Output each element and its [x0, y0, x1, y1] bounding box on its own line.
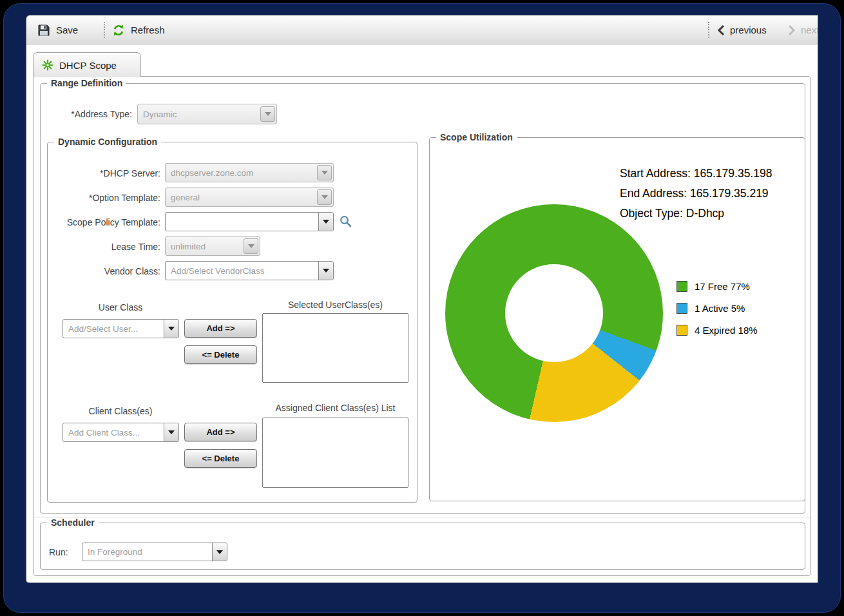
- chevron-down-icon[interactable]: [318, 213, 333, 231]
- end-address-text: End Address: 165.179.35.219: [620, 187, 769, 200]
- chevron-down-icon[interactable]: [164, 320, 178, 338]
- client-class-select[interactable]: Add Client Class...: [62, 423, 179, 442]
- user-class-delete-label: <= Delete: [202, 350, 240, 360]
- user-class-add-button[interactable]: Add =>: [184, 319, 257, 338]
- address-type-select: Dynamic: [137, 104, 277, 124]
- toolbar: Save Refresh previous: [26, 15, 818, 44]
- legend-label-active: 1 Active 5%: [695, 303, 745, 314]
- user-class-add-label: Add =>: [206, 323, 235, 333]
- legend-swatch-active: [676, 303, 687, 314]
- option-template-label: *Option Template:: [51, 193, 160, 203]
- run-label: Run:: [49, 547, 68, 557]
- app-window: Save Refresh previous: [26, 15, 818, 582]
- address-type-label: *Address Type:: [44, 109, 132, 119]
- user-class-delete-button[interactable]: <= Delete: [184, 345, 257, 364]
- address-type-value: Dynamic: [138, 110, 260, 119]
- scheduler-legend: Scheduler: [47, 517, 99, 528]
- client-class-delete-label: <= Delete: [202, 454, 240, 463]
- dynamic-configuration-group: Dynamic Configuration *DHCP Server: dhcp…: [47, 142, 417, 503]
- vendor-class-placeholder: Add/Select VendorClass: [166, 266, 318, 276]
- next-label: next: [801, 24, 818, 35]
- next-button[interactable]: next: [788, 15, 818, 44]
- legend-swatch-free: [676, 281, 687, 292]
- run-value: In Foreground: [82, 547, 212, 557]
- chevron-down-icon[interactable]: [212, 543, 227, 561]
- client-class-label: Client Class(es): [62, 406, 178, 416]
- main-panel: Range Definition *Address Type: Dynamic …: [33, 76, 811, 576]
- dhcp-server-select: dhcpserver.zone.com: [165, 163, 334, 182]
- chevron-right-icon: [788, 24, 796, 36]
- client-class-add-label: Add =>: [206, 427, 235, 437]
- chevron-down-icon: [260, 106, 275, 122]
- chevron-left-icon: [717, 24, 725, 36]
- scope-policy-template-label: Scope Policy Template:: [51, 217, 160, 227]
- save-button[interactable]: Save: [37, 15, 78, 44]
- object-type-text: Object Type: D-Dhcp: [620, 207, 724, 220]
- dynamic-configuration-legend: Dynamic Configuration: [54, 137, 161, 147]
- client-class-placeholder: Add Client Class...: [63, 428, 164, 438]
- refresh-button[interactable]: Refresh: [111, 15, 165, 44]
- client-class-add-button[interactable]: Add =>: [184, 423, 257, 441]
- user-class-select[interactable]: Add/Select User...: [62, 319, 179, 338]
- legend-item-free: 17 Free 77%: [676, 281, 750, 292]
- client-class-delete-button[interactable]: <= Delete: [184, 449, 257, 468]
- dhcp-server-label: *DHCP Server:: [51, 168, 160, 178]
- vendor-class-select[interactable]: Add/Select VendorClass: [165, 261, 334, 280]
- chevron-down-icon: [244, 238, 258, 254]
- scope-utilization-group: Scope Utilization Start Address: 165.179…: [429, 137, 805, 501]
- refresh-label: Refresh: [131, 24, 165, 35]
- legend-label-expired: 4 Expired 18%: [695, 325, 758, 336]
- save-icon: [37, 23, 51, 37]
- toolbar-separator-right: [708, 22, 709, 38]
- chevron-down-icon: [317, 165, 332, 180]
- toolbar-separator: [104, 22, 105, 38]
- tab-dhcp-scope[interactable]: DHCP Scope: [33, 52, 141, 77]
- previous-button[interactable]: previous: [717, 15, 767, 44]
- legend-swatch-expired: [676, 325, 687, 336]
- legend-item-active: 1 Active 5%: [676, 303, 745, 314]
- outer-frame: Save Refresh previous: [3, 3, 841, 613]
- range-definition-legend: Range Definition: [47, 78, 126, 88]
- run-select[interactable]: In Foreground: [82, 543, 227, 561]
- scheduler-group: Scheduler Run: In Foreground: [40, 523, 805, 570]
- search-icon[interactable]: [339, 215, 352, 228]
- option-template-value: general: [166, 193, 317, 202]
- donut-hole: [505, 264, 603, 362]
- option-template-select: general: [165, 188, 334, 207]
- donut-chart: [445, 204, 663, 422]
- panel-divider: [34, 517, 810, 517]
- chevron-down-icon: [317, 189, 332, 205]
- save-label: Save: [56, 24, 78, 35]
- lease-time-label: Lease Time:: [51, 242, 160, 252]
- refresh-icon: [111, 23, 126, 37]
- assigned-clientclass-label: Assigned Client Class(es) List: [256, 403, 415, 413]
- user-class-placeholder: Add/Select User...: [63, 324, 164, 334]
- chevron-down-icon[interactable]: [318, 262, 333, 280]
- selected-userclass-listbox[interactable]: [262, 313, 408, 383]
- start-address-text: Start Address: 165.179.35.198: [620, 167, 772, 180]
- legend-item-expired: 4 Expired 18%: [676, 325, 758, 336]
- starburst-icon: [42, 59, 53, 71]
- selected-userclass-label: Selected UserClass(es): [262, 300, 408, 310]
- lease-time-select: unlimited: [165, 236, 260, 256]
- vendor-class-label: Vendor Class:: [51, 266, 160, 276]
- lease-time-value: unlimited: [166, 242, 244, 251]
- scope-policy-template-select[interactable]: [165, 212, 334, 231]
- previous-label: previous: [730, 24, 767, 35]
- scope-utilization-legend: Scope Utilization: [436, 132, 517, 142]
- dhcp-server-value: dhcpserver.zone.com: [166, 168, 317, 178]
- legend-label-free: 17 Free 77%: [695, 281, 750, 292]
- chevron-down-icon[interactable]: [164, 423, 178, 441]
- range-definition-group: Range Definition *Address Type: Dynamic …: [40, 83, 805, 514]
- user-class-label: User Class: [62, 302, 178, 313]
- tab-label: DHCP Scope: [59, 60, 117, 71]
- assigned-clientclass-listbox[interactable]: [262, 418, 408, 488]
